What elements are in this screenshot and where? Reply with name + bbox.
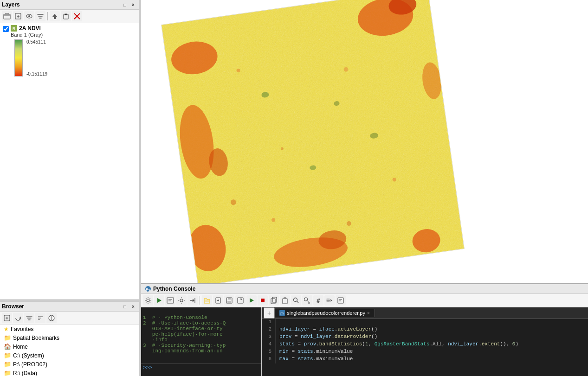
layers-open-btn[interactable]: [2, 11, 12, 21]
layers-add-btn[interactable]: [13, 11, 23, 21]
svg-rect-4: [54, 17, 56, 19]
browser-item-label: Home: [13, 344, 28, 350]
layer-visibility-checkbox[interactable]: [3, 26, 9, 32]
layer-type-icon: R: [11, 25, 17, 32]
code-line-1: 1: [262, 319, 588, 326]
browser-item-label: R:\ (Data): [13, 370, 37, 376]
svg-rect-50: [283, 299, 287, 304]
svg-point-38: [147, 299, 149, 302]
layer-band: Band 1 (Gray): [11, 32, 136, 38]
console-run-btn[interactable]: [154, 295, 164, 306]
layers-move-up-btn[interactable]: [50, 11, 60, 21]
browser-collapse-btn[interactable]: [35, 313, 45, 323]
browser-item-label: C:\ (System): [13, 352, 44, 359]
svg-point-3: [28, 15, 30, 17]
editor-stop-btn[interactable]: [258, 295, 268, 306]
layers-close-btn[interactable]: ×: [129, 1, 137, 8]
console-input-row: >>>: [141, 363, 261, 371]
ndvi-raster-display: [161, 0, 465, 283]
browser-close-btn[interactable]: ×: [129, 303, 137, 310]
editor-tab-singlebandrenderer[interactable]: py singlebandpseudocolorrenderer.py ×: [275, 309, 375, 317]
console-left-pane: 1 # · Python·Console 2 # ·Use·iface·to·a…: [141, 307, 262, 376]
layers-filter-btn[interactable]: [35, 11, 45, 21]
line-number: 2: [262, 326, 276, 334]
browser-refresh-btn[interactable]: [13, 313, 23, 323]
svg-rect-53: [338, 298, 343, 303]
add-tab-btn[interactable]: +: [264, 307, 275, 319]
code-line-4: 4 stats = prov.bandStatistics(1, QgsRast…: [262, 341, 588, 349]
browser-item-p[interactable]: 📁 P:\ (PROD02): [0, 360, 139, 369]
layers-panel-header: Layers □ ×: [0, 0, 139, 10]
legend-labels: 0.545111 -0.151119: [26, 39, 47, 76]
console-editor-btn[interactable]: [165, 295, 175, 306]
svg-rect-46: [238, 298, 243, 303]
editor-find-btn[interactable]: [291, 295, 301, 306]
browser-item-bookmarks[interactable]: 📁 Spatial Bookmarks: [0, 333, 139, 342]
layers-remove-btn[interactable]: [61, 11, 71, 21]
code-line-6: 6 max = stats.maximumValue: [262, 356, 588, 363]
editor-findreplace-btn[interactable]: [302, 295, 312, 306]
line-number: 1: [262, 319, 276, 326]
editor-code-content[interactable]: 1 2 ndvi_layer = iface.activeLayer() 3 p…: [262, 319, 588, 376]
line-number: 4: [262, 341, 276, 349]
layers-minimize-btn[interactable]: □: [121, 1, 129, 8]
code-line-5: 5 min = stats.minimumValue: [262, 349, 588, 356]
editor-copy-btn[interactable]: [269, 295, 279, 306]
legend-gradient: [14, 39, 23, 76]
svg-rect-0: [4, 14, 10, 19]
console-options-btn[interactable]: [176, 295, 187, 306]
svg-text:py: py: [280, 312, 284, 315]
tab-close-btn[interactable]: ×: [367, 311, 370, 316]
code-line-2: 2 ndvi_layer = iface.activeLayer(): [262, 326, 588, 334]
line-number: 5: [262, 349, 276, 356]
editor-paste-btn[interactable]: [280, 295, 290, 306]
line-code: prov = ndvi_layer.dataProvider(): [276, 334, 377, 341]
browser-item-favorites[interactable]: ★ Favorites: [0, 325, 139, 333]
editor-indent-btn[interactable]: [324, 295, 335, 306]
drive-r-icon: 📁: [4, 370, 11, 376]
editor-save-btn[interactable]: [224, 295, 234, 306]
browser-item-label: Spatial Bookmarks: [13, 335, 59, 341]
svg-point-40: [180, 299, 183, 302]
browser-item-label: P:\ (PROD02): [13, 361, 47, 368]
layers-content: R 2A NDVI Band 1 (Gray) 0.545111 -0.1511…: [0, 23, 139, 300]
python-file-icon: py: [279, 310, 285, 316]
browser-add-btn[interactable]: [2, 313, 12, 323]
editor-open-btn[interactable]: [202, 295, 212, 306]
layers-delete-btn[interactable]: [72, 11, 82, 21]
map-area[interactable]: [141, 0, 588, 283]
editor-object-inspector-btn[interactable]: [336, 295, 346, 306]
console-import-btn[interactable]: [187, 295, 198, 306]
comment-hash: #: [317, 297, 320, 304]
legend-max: 0.545111: [26, 39, 47, 45]
browser-minimize-btn[interactable]: □: [121, 303, 129, 310]
console-input[interactable]: [152, 365, 259, 370]
browser-info-btn[interactable]: i: [46, 313, 57, 323]
browser-content: ★ Favorites 📁 Spatial Bookmarks 🏠 Home 📁…: [0, 325, 139, 376]
browser-toolbar: i: [0, 312, 139, 325]
line-code: ndvi_layer = iface.activeLayer(): [276, 326, 377, 334]
svg-rect-48: [272, 297, 277, 302]
python-icon: Py: [145, 286, 151, 292]
layers-visibility-btn[interactable]: [24, 11, 34, 21]
browser-item-home[interactable]: 🏠 Home: [0, 342, 139, 351]
console-settings-btn[interactable]: [143, 295, 153, 306]
editor-run-script-btn[interactable]: [246, 295, 257, 306]
editor-new-btn[interactable]: [213, 295, 223, 306]
editor-saveas-btn[interactable]: [235, 295, 246, 306]
layer-item-ndvi[interactable]: R 2A NDVI Band 1 (Gray) 0.545111 -0.1511…: [0, 23, 139, 78]
browser-item-r[interactable]: 📁 R:\ (Data): [0, 369, 139, 376]
bookmarks-icon: 📁: [4, 334, 11, 341]
svg-text:i: i: [51, 316, 52, 321]
python-main-area: 1 # · Python·Console 2 # ·Use·iface·to·a…: [141, 307, 588, 376]
line-code: max = stats.maximumValue: [276, 356, 353, 363]
svg-rect-41: [205, 300, 209, 302]
browser-item-c[interactable]: 📁 C:\ (System): [0, 351, 139, 360]
browser-item-label: Favorites: [11, 326, 33, 332]
favorites-icon: ★: [4, 326, 9, 332]
home-icon: 🏠: [4, 343, 11, 350]
line-code: stats = prov.bandStatistics(1, QgsRaster…: [276, 341, 518, 349]
editor-comment-btn[interactable]: #: [313, 295, 323, 306]
browser-filter-btn[interactable]: [24, 313, 34, 323]
console-output: 1 # · Python·Console 2 # ·Use·iface·to·a…: [141, 307, 261, 363]
